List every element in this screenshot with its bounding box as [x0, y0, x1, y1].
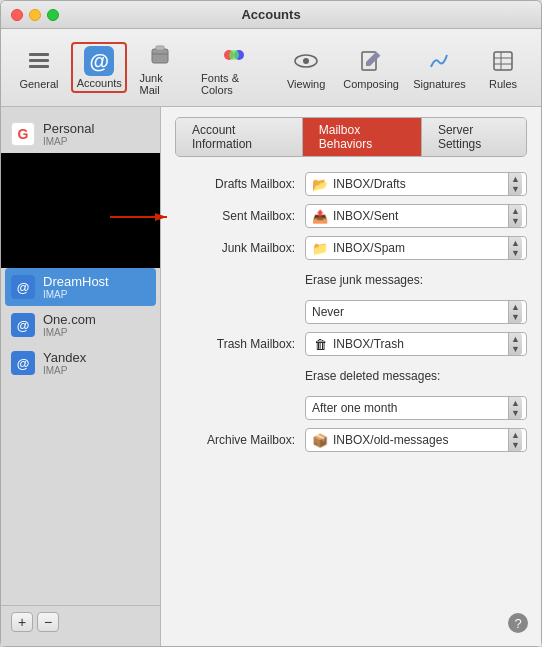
erase-deleted-header-row: Erase deleted messages: — [175, 363, 527, 389]
onecom-icon: @ — [11, 313, 35, 337]
junk-dropdown-arrow[interactable]: ▲▼ — [508, 237, 522, 259]
maximize-button[interactable] — [47, 9, 59, 21]
onecom-type: IMAP — [43, 327, 96, 338]
tab-account-information[interactable]: Account Information — [176, 118, 303, 156]
drafts-row: Drafts Mailbox: 📂 INBOX/Drafts ▲▼ — [175, 171, 527, 197]
account-info-personal: Personal IMAP — [43, 121, 94, 147]
tab-bar: Account Information Mailbox Behaviors Se… — [175, 117, 527, 157]
archive-value: INBOX/old-messages — [333, 433, 448, 447]
rules-icon — [487, 45, 519, 77]
viewing-icon — [290, 45, 322, 77]
toolbar-item-rules[interactable]: Rules — [475, 41, 531, 94]
archive-row: Archive Mailbox: 📦 INBOX/old-messages ▲▼ — [175, 427, 527, 453]
svg-rect-2 — [29, 65, 49, 68]
dreamhost-name: DreamHost — [43, 274, 109, 289]
account-info-onecom: One.com IMAP — [43, 312, 96, 338]
arrow-annotation — [105, 206, 175, 228]
erase-deleted-header: Erase deleted messages: — [305, 369, 440, 383]
yandex-icon: @ — [11, 351, 35, 375]
window-title: Accounts — [241, 7, 300, 22]
svg-rect-3 — [152, 49, 168, 63]
toolbar: General @ Accounts Junk Mail — [1, 29, 541, 107]
drafts-dropdown-arrow[interactable]: ▲▼ — [508, 173, 522, 195]
drafts-folder-icon: 📂 — [312, 177, 328, 191]
sent-value: INBOX/Sent — [333, 209, 398, 223]
trash-control[interactable]: 🗑 INBOX/Trash ▲▼ — [305, 332, 527, 356]
accounts-icon: @ — [84, 46, 114, 76]
archive-folder-icon: 📦 — [312, 433, 328, 447]
toolbar-item-general[interactable]: General — [11, 41, 67, 94]
help-button[interactable]: ? — [508, 613, 528, 633]
toolbar-item-junk-mail[interactable]: Junk Mail — [131, 35, 189, 100]
archive-dropdown-arrow[interactable]: ▲▼ — [508, 429, 522, 451]
title-bar: Accounts — [1, 1, 541, 29]
sent-dropdown-arrow[interactable]: ▲▼ — [508, 205, 522, 227]
drafts-label: Drafts Mailbox: — [175, 177, 305, 191]
main-area: G Personal IMAP @ DreamHost IMAP @ — [1, 107, 541, 646]
junk-label: Junk Mailbox: — [175, 241, 305, 255]
google-icon: G — [11, 122, 35, 146]
signatures-label: Signatures — [413, 78, 466, 90]
onecom-name: One.com — [43, 312, 96, 327]
content-panel: Account Information Mailbox Behaviors Se… — [161, 107, 541, 646]
trash-label: Trash Mailbox: — [175, 337, 305, 351]
archive-control[interactable]: 📦 INBOX/old-messages ▲▼ — [305, 428, 527, 452]
viewing-label: Viewing — [287, 78, 325, 90]
sidebar-account-yandex[interactable]: @ Yandex IMAP — [1, 344, 160, 382]
archive-label: Archive Mailbox: — [175, 433, 305, 447]
erase-junk-header: Erase junk messages: — [305, 273, 423, 287]
junk-control[interactable]: 📁 INBOX/Spam ▲▼ — [305, 236, 527, 260]
rules-label: Rules — [489, 78, 517, 90]
general-icon — [23, 45, 55, 77]
composing-label: Composing — [343, 78, 399, 90]
fonts-colors-icon — [218, 39, 250, 71]
svg-point-10 — [303, 58, 309, 64]
personal-type: IMAP — [43, 136, 94, 147]
drafts-control[interactable]: 📂 INBOX/Drafts ▲▼ — [305, 172, 527, 196]
svg-rect-0 — [29, 53, 49, 56]
erase-deleted-dropdown-arrow[interactable]: ▲▼ — [508, 397, 522, 419]
erase-junk-header-row: Erase junk messages: — [175, 267, 527, 293]
sidebar-bottom: + − — [1, 605, 160, 638]
personal-name: Personal — [43, 121, 94, 136]
svg-rect-13 — [494, 52, 512, 70]
dreamhost-type: IMAP — [43, 289, 109, 300]
sidebar-account-dreamhost[interactable]: @ DreamHost IMAP — [5, 268, 156, 306]
tab-server-settings[interactable]: Server Settings — [422, 118, 526, 156]
trash-row: Trash Mailbox: 🗑 INBOX/Trash ▲▼ — [175, 331, 527, 357]
minimize-button[interactable] — [29, 9, 41, 21]
fonts-colors-label: Fonts & Colors — [201, 72, 266, 96]
trash-value: INBOX/Trash — [333, 337, 404, 351]
trash-dropdown-arrow[interactable]: ▲▼ — [508, 333, 522, 355]
toolbar-item-composing[interactable]: Composing — [338, 41, 404, 94]
erase-junk-value: Never — [312, 305, 344, 319]
remove-account-button[interactable]: − — [37, 612, 59, 632]
junk-folder-icon: 📁 — [312, 241, 328, 255]
add-account-button[interactable]: + — [11, 612, 33, 632]
sent-row: Sent Mailbox: 📤 INBOX/Sent ▲▼ — [175, 203, 527, 229]
tab-mailbox-behaviors[interactable]: Mailbox Behaviors — [303, 118, 422, 156]
erase-junk-control[interactable]: Never ▲▼ — [305, 300, 527, 324]
toolbar-item-fonts-colors[interactable]: Fonts & Colors — [193, 35, 274, 100]
toolbar-item-signatures[interactable]: Signatures — [408, 41, 471, 94]
erase-junk-dropdown-arrow[interactable]: ▲▼ — [508, 301, 522, 323]
signatures-icon — [423, 45, 455, 77]
sidebar-account-onecom[interactable]: @ One.com IMAP — [1, 306, 160, 344]
yandex-name: Yandex — [43, 350, 86, 365]
junk-mail-label: Junk Mail — [139, 72, 181, 96]
erase-junk-row: Never ▲▼ — [175, 299, 527, 325]
toolbar-item-viewing[interactable]: Viewing — [278, 41, 334, 94]
account-info-dreamhost: DreamHost IMAP — [43, 274, 109, 300]
svg-rect-1 — [29, 59, 49, 62]
close-button[interactable] — [11, 9, 23, 21]
sidebar-account-personal[interactable]: G Personal IMAP — [1, 115, 160, 153]
form-section: Drafts Mailbox: 📂 INBOX/Drafts ▲▼ — [175, 171, 527, 453]
erase-deleted-control[interactable]: After one month ▲▼ — [305, 396, 527, 420]
yandex-type: IMAP — [43, 365, 86, 376]
accounts-label: Accounts — [77, 77, 122, 89]
composing-icon — [355, 45, 387, 77]
sent-control[interactable]: 📤 INBOX/Sent ▲▼ — [305, 204, 527, 228]
erase-deleted-row: After one month ▲▼ — [175, 395, 527, 421]
toolbar-item-accounts[interactable]: @ Accounts — [71, 42, 127, 93]
sidebar: G Personal IMAP @ DreamHost IMAP @ — [1, 107, 161, 646]
